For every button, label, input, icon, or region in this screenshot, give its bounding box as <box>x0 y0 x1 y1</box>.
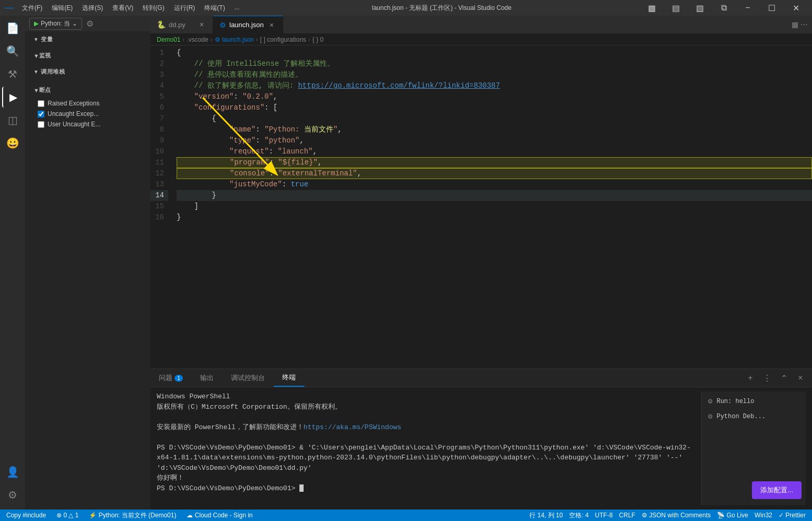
status-prettier[interactable]: ✓ Prettier <box>776 512 808 519</box>
status-spaces[interactable]: 空格: 4 <box>567 511 590 520</box>
split-editor-icon[interactable]: ▦ <box>792 20 798 29</box>
menu-file[interactable]: 文件(F) <box>18 3 47 14</box>
callstack-header[interactable]: ▼ 调用堆栈 <box>25 66 150 78</box>
uncaught-checkbox[interactable] <box>38 111 44 117</box>
breadcrumb-launch[interactable]: ⚙ launch.json <box>215 36 254 43</box>
menu-goto[interactable]: 转到(G) <box>138 3 168 14</box>
breakpoint-raised: Raised Exceptions <box>25 98 150 109</box>
terminal-blank-1 <box>157 412 701 422</box>
status-os[interactable]: Win32 <box>752 512 774 519</box>
variables-label: 变量 <box>41 35 53 43</box>
tab-debug-console-label: 调试控制台 <box>231 373 265 383</box>
breadcrumb-vscode[interactable]: .vscode <box>187 36 208 43</box>
activity-bar: 📄 🔍 ⚒ ▶ ◫ 😀 👤 ⚙ <box>0 16 25 510</box>
tab-dd-close[interactable]: × <box>197 20 206 29</box>
tab-dd-py[interactable]: 🐍 dd.py × <box>150 16 213 33</box>
code-editor[interactable]: 1 2 3 4 5 6 7 8 9 10 11 12 13 14 <box>150 45 812 369</box>
tab-problems[interactable]: 问题 1 <box>150 369 192 387</box>
status-cloud[interactable]: ☁ Cloud Code - Sign in <box>184 510 254 521</box>
activity-settings[interactable]: ⚙ <box>2 484 23 505</box>
activity-scm[interactable]: ⚒ <box>2 64 23 85</box>
layout-icon[interactable]: ▩ <box>640 0 664 16</box>
breadcrumb-configurations[interactable]: [ ] configurations <box>260 36 306 43</box>
breakpoint-user-uncaught: User Uncaught E... <box>25 119 150 129</box>
close-button[interactable]: ✕ <box>784 0 808 16</box>
grid-icon[interactable]: ⧉ <box>712 0 736 16</box>
code-line-6: "configurations": [ <box>177 102 812 113</box>
code-line-14: } <box>177 190 812 201</box>
menu-edit[interactable]: 编辑(E) <box>48 3 77 14</box>
more-tabs-icon[interactable]: ⋯ <box>801 20 808 29</box>
status-eol[interactable]: CRLF <box>617 512 637 519</box>
ln-13: 13 <box>150 179 168 190</box>
tabs-bar: 🐍 dd.py × ⚙ launch.json × ▦ ⋯ <box>150 16 812 34</box>
panel-tabs: 问题 1 输出 调试控制台 终端 + <box>150 369 812 387</box>
terminal-side-run-hello[interactable]: ⚙ Run: hello <box>702 394 806 409</box>
status-spaces-text: 空格: 4 <box>569 511 588 520</box>
breadcrumb-demo01[interactable]: Demo01 <box>157 36 180 43</box>
menu-run[interactable]: 运行(R) <box>170 3 200 14</box>
tab-launch-json[interactable]: ⚙ launch.json × <box>213 16 283 33</box>
debug-config-label: Python: 当 <box>41 19 70 28</box>
monitor-header[interactable]: ▼ 监视 <box>25 50 150 62</box>
status-position[interactable]: 行 14, 列 10 <box>527 511 565 520</box>
ln-1: 1 <box>150 48 168 58</box>
minimize-button[interactable]: − <box>736 0 760 16</box>
status-copy[interactable]: Copy #include <box>4 510 48 521</box>
status-copy-text: Copy #include <box>6 512 46 519</box>
status-position-text: 行 14, 列 10 <box>529 511 563 520</box>
debug-settings-icon[interactable]: ⚙ <box>86 19 94 29</box>
ln-8: 8 <box>150 124 168 135</box>
menu-more[interactable]: ... <box>230 3 244 14</box>
activity-explorer[interactable]: 📄 <box>2 18 23 39</box>
split-icon[interactable]: ▤ <box>664 0 688 16</box>
activity-run[interactable]: ▶ <box>2 87 23 108</box>
activity-remote[interactable]: 😀 <box>2 133 23 153</box>
variables-header[interactable]: ▼ 变量 <box>25 33 150 45</box>
activity-accounts[interactable]: 👤 <box>2 461 23 482</box>
tab-output-label: 输出 <box>200 373 214 383</box>
terminal-install-text: 安装最新的 PowerShell，了解新功能和改进！ <box>157 423 304 431</box>
terminal-line-1: Windows PowerShell <box>157 392 701 402</box>
debug-run-button[interactable]: ▶ Python: 当 ⌄ <box>29 18 82 30</box>
code-line-1: { <box>177 48 812 58</box>
add-terminal-button[interactable]: + <box>743 371 758 385</box>
terminal-install-msg: 安装最新的 PowerShell，了解新功能和改进！https://aka.ms… <box>157 422 701 433</box>
status-python[interactable]: ⚡ Python: 当前文件 (Demo01) <box>87 510 178 521</box>
add-config-button[interactable]: 添加配置... <box>752 481 802 499</box>
status-language[interactable]: ⚙ JSON with Comments <box>640 512 713 519</box>
editor-area: 🐍 dd.py × ⚙ launch.json × ▦ ⋯ Demo01 › <box>150 16 812 510</box>
terminal-main[interactable]: Windows PowerShell 版权所有（C）Microsoft Corp… <box>157 392 701 505</box>
panel-icon[interactable]: ▧ <box>688 0 712 16</box>
status-encoding[interactable]: UTF-8 <box>593 512 615 519</box>
close-panel-button[interactable]: × <box>793 371 808 385</box>
user-uncaught-checkbox[interactable] <box>38 121 44 128</box>
uncaught-label: Uncaught Excep... <box>48 110 99 117</box>
titlebar-menu: 文件(F) 编辑(E) 选择(S) 查看(V) 转到(G) 运行(R) 终端(T… <box>18 3 244 14</box>
ln-12: 12 <box>150 168 168 179</box>
menu-select[interactable]: 选择(S) <box>78 3 107 14</box>
tab-debug-console[interactable]: 调试控制台 <box>223 369 274 387</box>
breakpoints-header[interactable]: ▼ 断点 <box>25 84 150 98</box>
breakpoints-arrow: ▼ <box>33 87 39 93</box>
status-language-text: ⚙ JSON with Comments <box>642 512 711 519</box>
maximize-panel-button[interactable]: ⌃ <box>776 371 791 385</box>
titlebar: ⸻ 文件(F) 编辑(E) 选择(S) 查看(V) 转到(G) 运行(R) 终端… <box>0 0 812 16</box>
maximize-button[interactable]: ☐ <box>760 0 784 16</box>
split-terminal-button[interactable]: ⋮ <box>760 371 774 385</box>
status-golive[interactable]: 📡 Go Live <box>715 512 750 519</box>
menu-view[interactable]: 查看(V) <box>108 3 137 14</box>
menu-terminal[interactable]: 终端(T) <box>200 3 229 14</box>
raised-checkbox[interactable] <box>38 100 44 107</box>
terminal-side-python-deb[interactable]: ⚙ Python Deb... <box>702 409 806 424</box>
tab-terminal[interactable]: 终端 <box>274 369 305 387</box>
status-errors[interactable]: ⊗ 0 △ 1 <box>54 510 80 521</box>
tab-output[interactable]: 输出 <box>192 369 223 387</box>
activity-extensions[interactable]: ◫ <box>2 110 23 131</box>
activity-search[interactable]: 🔍 <box>2 41 23 62</box>
code-line-3: // 悬停以查看现有属性的描述。 <box>177 69 812 80</box>
breadcrumb-0[interactable]: { } 0 <box>312 36 323 43</box>
status-cloud-text: ☁ Cloud Code - Sign in <box>187 512 252 519</box>
tab-launch-close[interactable]: × <box>267 20 276 30</box>
status-right: 行 14, 列 10 空格: 4 UTF-8 CRLF ⚙ JSON with … <box>527 511 808 520</box>
